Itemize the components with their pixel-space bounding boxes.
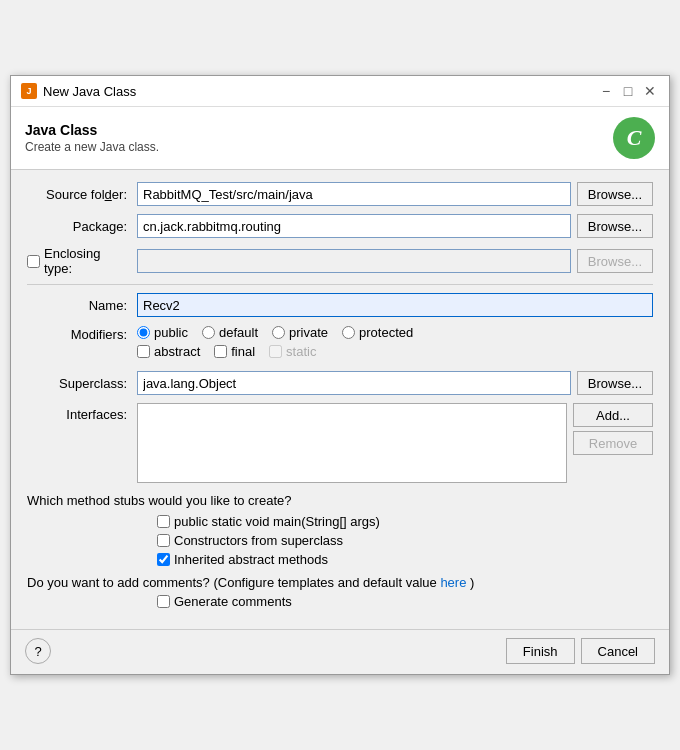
modifier-final-label[interactable]: final — [214, 344, 255, 359]
superclass-input[interactable] — [137, 371, 571, 395]
clion-icon: C — [613, 117, 655, 159]
title-bar-left: J New Java Class — [21, 83, 136, 99]
modifier-default-radio[interactable] — [202, 326, 215, 339]
enclosing-type-input[interactable] — [137, 249, 571, 273]
name-input[interactable] — [137, 293, 653, 317]
comments-section: Do you want to add comments? (Configure … — [27, 575, 653, 609]
dialog-subtitle: Create a new Java class. — [25, 140, 159, 154]
interfaces-box — [137, 403, 567, 483]
java-icon: J — [21, 83, 37, 99]
modifier-private-label[interactable]: private — [272, 325, 328, 340]
package-label: Package: — [27, 219, 137, 234]
stub-constructors-label[interactable]: Constructors from superclass — [157, 533, 653, 548]
modifier-abstract-label[interactable]: abstract — [137, 344, 200, 359]
superclass-browse-button[interactable]: Browse... — [577, 371, 653, 395]
minimize-button[interactable]: − — [597, 82, 615, 100]
stub-inherited-label[interactable]: Inherited abstract methods — [157, 552, 653, 567]
enclosing-type-label[interactable]: Enclosing type: — [44, 246, 127, 276]
modifier-public-label[interactable]: public — [137, 325, 188, 340]
modifier-default-label[interactable]: default — [202, 325, 258, 340]
modifier-static-checkbox[interactable] — [269, 345, 282, 358]
footer-right: Finish Cancel — [506, 638, 655, 664]
interfaces-row: Interfaces: Add... Remove — [27, 403, 653, 483]
divider-1 — [27, 284, 653, 285]
stubs-section: Which method stubs would you like to cre… — [27, 493, 653, 567]
generate-comments-checkbox[interactable] — [157, 595, 170, 608]
header-section: Java Class Create a new Java class. C — [11, 107, 669, 170]
superclass-row: Superclass: Browse... — [27, 371, 653, 395]
modifiers-label: Modifiers: — [27, 325, 137, 342]
enclosing-type-check-label: Enclosing type: — [27, 246, 137, 276]
name-row: Name: — [27, 293, 653, 317]
interfaces-remove-button[interactable]: Remove — [573, 431, 653, 455]
source-folder-browse-button[interactable]: Browse... — [577, 182, 653, 206]
header-text: Java Class Create a new Java class. — [25, 122, 159, 154]
modifier-protected-label[interactable]: protected — [342, 325, 413, 340]
title-controls: − □ ✕ — [597, 82, 659, 100]
package-input[interactable] — [137, 214, 571, 238]
source-folder-row: Source folder: Browse... — [27, 182, 653, 206]
cancel-button[interactable]: Cancel — [581, 638, 655, 664]
dialog-footer: ? Finish Cancel — [11, 629, 669, 674]
enclosing-type-browse-button[interactable]: Browse... — [577, 249, 653, 273]
new-java-class-dialog: J New Java Class − □ ✕ Java Class Create… — [10, 75, 670, 675]
modifier-private-radio[interactable] — [272, 326, 285, 339]
enclosing-type-checkbox[interactable] — [27, 255, 40, 268]
comments-question: Do you want to add comments? (Configure … — [27, 575, 653, 590]
finish-button[interactable]: Finish — [506, 638, 575, 664]
modifier-public-radio[interactable] — [137, 326, 150, 339]
title-bar: J New Java Class − □ ✕ — [11, 76, 669, 107]
stubs-question: Which method stubs would you like to cre… — [27, 493, 653, 508]
generate-comments-label[interactable]: Generate comments — [157, 594, 653, 609]
modifier-final-checkbox[interactable] — [214, 345, 227, 358]
package-row: Package: Browse... — [27, 214, 653, 238]
source-folder-input[interactable] — [137, 182, 571, 206]
close-button[interactable]: ✕ — [641, 82, 659, 100]
modifier-protected-radio[interactable] — [342, 326, 355, 339]
modifiers-access-line: public default private protected — [137, 325, 653, 340]
dialog-content: Source folder: Browse... Package: Browse… — [11, 170, 669, 629]
interfaces-add-button[interactable]: Add... — [573, 403, 653, 427]
name-label: Name: — [27, 298, 137, 313]
modifiers-content: public default private protected — [137, 325, 653, 363]
comments-here-link[interactable]: here — [440, 575, 466, 590]
help-button[interactable]: ? — [25, 638, 51, 664]
interfaces-buttons: Add... Remove — [573, 403, 653, 455]
enclosing-type-row: Enclosing type: Browse... — [27, 246, 653, 276]
stub-inherited-checkbox[interactable] — [157, 553, 170, 566]
comments-options: Generate comments — [157, 594, 653, 609]
modifier-static-label[interactable]: static — [269, 344, 316, 359]
source-folder-label: Source folder: — [27, 187, 137, 202]
modifiers-other-line: abstract final static — [137, 344, 653, 359]
stubs-options: public static void main(String[] args) C… — [157, 514, 653, 567]
stub-main-label[interactable]: public static void main(String[] args) — [157, 514, 653, 529]
modifier-abstract-checkbox[interactable] — [137, 345, 150, 358]
dialog-title: Java Class — [25, 122, 159, 138]
package-browse-button[interactable]: Browse... — [577, 214, 653, 238]
modifiers-row: Modifiers: public default private — [27, 325, 653, 363]
stub-main-checkbox[interactable] — [157, 515, 170, 528]
maximize-button[interactable]: □ — [619, 82, 637, 100]
superclass-label: Superclass: — [27, 376, 137, 391]
stub-constructors-checkbox[interactable] — [157, 534, 170, 547]
window-title: New Java Class — [43, 84, 136, 99]
interfaces-label: Interfaces: — [27, 403, 137, 422]
footer-left: ? — [25, 638, 51, 664]
